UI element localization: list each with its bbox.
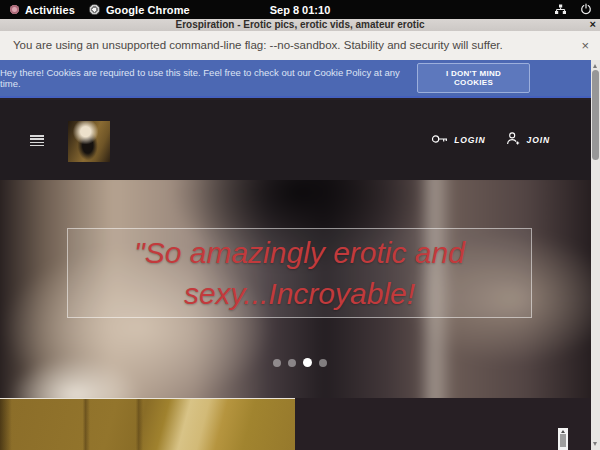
login-label: LOGIN (454, 135, 485, 145)
window-title-bar: Erospiration - Erotic pics, erotic vids,… (0, 19, 600, 31)
scrollbar-thumb[interactable] (592, 70, 599, 160)
site-header: LOGIN JOIN (0, 100, 600, 180)
nested-scrollbar[interactable] (558, 428, 568, 450)
infobar-close-icon[interactable]: × (581, 31, 589, 60)
screen: Activities Google Chrome Sep 8 01:10 (0, 0, 600, 450)
power-icon[interactable] (580, 1, 592, 19)
key-icon (431, 131, 448, 149)
window-title: Erospiration - Erotic pics, erotic vids,… (0, 19, 600, 31)
system-tray (554, 0, 592, 19)
join-label: JOIN (527, 135, 550, 145)
accept-cookies-button[interactable]: I DON'T MIND COOKIES (417, 63, 530, 93)
scroll-down-icon[interactable] (593, 442, 597, 446)
user-plus-icon (506, 131, 521, 149)
auth-links: LOGIN JOIN (431, 131, 550, 149)
join-button[interactable]: JOIN (506, 131, 550, 149)
hero-carousel: "So amazingly erotic and sexy...Incroyab… (0, 180, 600, 398)
hero-quote-line2: sexy...Incroyable! (184, 273, 415, 314)
content-background (295, 398, 600, 450)
carousel-dot[interactable] (288, 359, 296, 367)
desktop-top-bar: Activities Google Chrome Sep 8 01:10 (0, 0, 600, 19)
carousel-dot[interactable] (319, 359, 327, 367)
carousel-dot[interactable] (273, 359, 281, 367)
hero-quote: "So amazingly erotic and sexy...Incroyab… (67, 228, 532, 318)
clock[interactable]: Sep 8 01:10 (0, 0, 600, 19)
browser-infobar: You are using an unsupported command-lin… (0, 31, 600, 60)
nested-scrollbar-thumb[interactable] (560, 434, 566, 447)
cookie-banner: Hey there! Cookies are required to use t… (0, 60, 600, 98)
site-logo[interactable] (68, 121, 110, 162)
gallery-image[interactable] (0, 398, 295, 450)
window-close-icon[interactable]: × (590, 18, 596, 30)
scroll-up-icon[interactable] (593, 64, 597, 68)
carousel-dot[interactable] (303, 358, 312, 367)
page-scrollbar[interactable] (591, 60, 600, 450)
hamburger-menu-icon[interactable] (30, 135, 44, 147)
cookie-message: Hey there! Cookies are required to use t… (0, 67, 406, 89)
login-button[interactable]: LOGIN (431, 131, 485, 149)
page-viewport: Hey there! Cookies are required to use t… (0, 60, 600, 450)
content-section (0, 398, 600, 450)
network-icon[interactable] (554, 1, 567, 19)
carousel-dots (0, 358, 600, 367)
infobar-message: You are using an unsupported command-lin… (13, 31, 503, 60)
hero-quote-line1: "So amazingly erotic and (134, 232, 465, 273)
nested-scroll-up-icon[interactable] (561, 430, 565, 433)
